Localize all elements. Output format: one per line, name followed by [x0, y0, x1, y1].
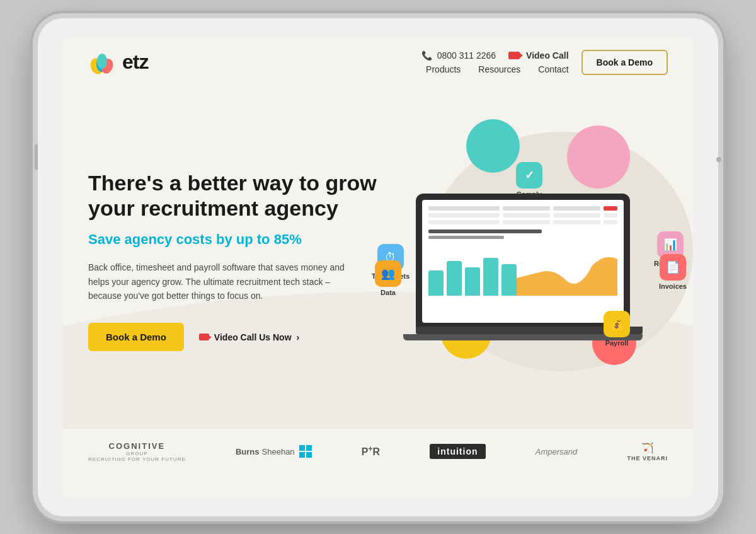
phone-icon: 📞	[421, 50, 432, 61]
bubble-payroll: 💰 Payroll	[604, 311, 630, 347]
client-burns-sheehan: Burns Sheehan	[236, 445, 312, 458]
video-btn-icon	[199, 334, 209, 340]
logo-text: etz	[122, 50, 148, 74]
cognitive-tagline: RECRUITING FOR YOUR FUTURE	[88, 456, 186, 462]
hero-description: Back office, timesheet and payroll softw…	[88, 260, 353, 303]
client-intuition: intuition	[430, 444, 485, 459]
screen-line-1	[428, 229, 542, 233]
comply-icon: ✓	[516, 162, 542, 189]
hero-left: There's a better way to grow your recrui…	[88, 170, 391, 352]
video-call-label: Video Call	[526, 50, 568, 61]
ampersand-text: Ampersand	[536, 447, 577, 456]
data-icon: 👥	[375, 260, 401, 287]
screen: etz 📞 0800 311 2266 Video Call	[63, 37, 693, 497]
client-ampersand: Ampersand	[536, 447, 577, 456]
header: etz 📞 0800 311 2266 Video Call	[63, 37, 693, 88]
client-venari: 🏹 THE VENARI	[627, 442, 668, 461]
tablet-frame: etz 📞 0800 311 2266 Video Call	[38, 18, 718, 516]
side-button-right	[716, 157, 721, 162]
laptop-screen-outer	[416, 194, 630, 327]
deco-circle-teal	[466, 119, 520, 173]
logo-icon	[88, 49, 116, 76]
client-psr: P+R	[362, 444, 380, 458]
hero-section: There's a better way to grow your recrui…	[63, 88, 693, 428]
video-call-hero-button[interactable]: Video Call Us Now ›	[199, 332, 299, 342]
book-demo-hero-button[interactable]: Book a Demo	[88, 323, 184, 351]
book-demo-header-button[interactable]: Book a Demo	[581, 50, 668, 75]
invoices-label: Invoices	[659, 282, 687, 290]
intuition-text: intuition	[437, 446, 478, 456]
nav-contact[interactable]: Contact	[538, 64, 568, 74]
hero-right: ✓ Comply ⏱ Timesheets 📊 Reporting	[391, 107, 668, 415]
svg-point-3	[97, 54, 107, 69]
chart-bar-5	[501, 264, 517, 296]
sq4	[306, 452, 312, 458]
clients-bar: COGNITIVE GROUP RECRUITING FOR YOUR FUTU…	[63, 428, 693, 475]
phone-number: 0800 311 2266	[437, 50, 496, 61]
client-cognitive: COGNITIVE GROUP RECRUITING FOR YOUR FUTU…	[88, 441, 186, 462]
burns-sheehan-squares	[299, 445, 312, 458]
phone-link[interactable]: 📞 0800 311 2266	[421, 50, 496, 61]
screen-line-2	[428, 236, 504, 239]
bubble-invoices: 📄 Invoices	[659, 254, 687, 290]
side-button-left	[35, 144, 38, 170]
payroll-icon: 💰	[604, 311, 630, 337]
laptop-screen	[422, 200, 624, 323]
nav-products[interactable]: Products	[426, 64, 461, 74]
hero-title: There's a better way to grow your recrui…	[88, 170, 391, 222]
chart-bar-4	[483, 258, 498, 296]
hero-subtitle: Save agency costs by up to 85%	[88, 231, 391, 248]
video-icon	[508, 52, 520, 59]
nav-resources[interactable]: Resources	[478, 64, 520, 74]
venari-icon: 🏹	[641, 442, 654, 454]
nav-row: Products Resources Contact	[426, 64, 568, 74]
cognitive-main-text: COGNITIVE	[109, 441, 166, 451]
bubble-comply: ✓ Comply	[516, 162, 542, 198]
laptop-container: ✓ Comply ⏱ Timesheets 📊 Reporting	[416, 194, 643, 340]
chart-bar-1	[428, 270, 444, 296]
screen-chart	[428, 245, 617, 296]
header-top-row: 📞 0800 311 2266 Video Call Products Res	[421, 50, 569, 74]
video-call-text: Video Call Us Now	[214, 332, 292, 342]
contact-row: 📞 0800 311 2266 Video Call	[421, 50, 569, 61]
screen-row-3	[428, 220, 617, 224]
area-chart	[517, 247, 617, 296]
sq3	[299, 452, 305, 458]
cognitive-sub-text: GROUP	[126, 451, 147, 456]
data-label: Data	[381, 289, 396, 296]
chevron-right-icon: ›	[297, 332, 300, 342]
chart-bar-2	[447, 261, 462, 296]
screen-row-2	[428, 213, 617, 218]
deco-circle-pink	[567, 125, 630, 189]
sheehan-text: Sheehan	[262, 447, 295, 456]
invoices-icon: 📄	[660, 254, 686, 281]
hero-buttons: Book a Demo Video Call Us Now ›	[88, 323, 391, 351]
bubble-data: 👥 Data	[375, 260, 401, 296]
logo-area: etz	[88, 49, 148, 76]
payroll-label: Payroll	[605, 339, 629, 347]
psr-text: P+R	[362, 446, 380, 457]
sq1	[299, 445, 305, 451]
comply-label: Comply	[517, 190, 542, 198]
chart-bar-3	[465, 267, 480, 296]
video-call-link[interactable]: Video Call	[508, 50, 568, 61]
burns-text: Burns	[236, 447, 260, 456]
sq2	[306, 445, 312, 451]
screen-row-1	[428, 206, 617, 211]
venari-text: THE VENARI	[627, 455, 668, 461]
